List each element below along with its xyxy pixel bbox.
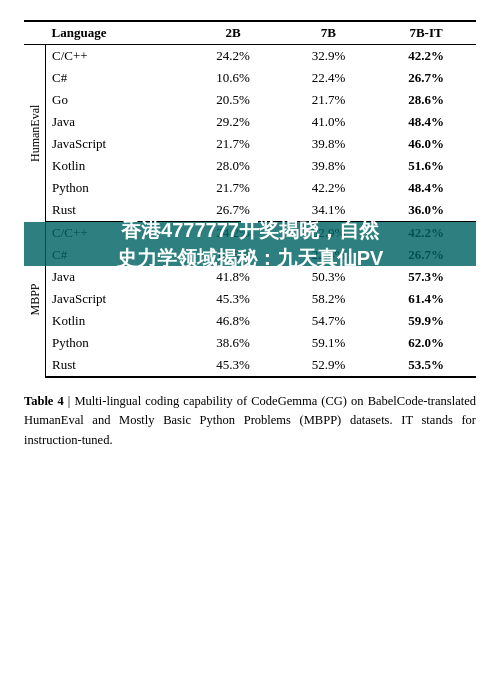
col-2b-header: 2B xyxy=(185,21,280,45)
overlay-banner: 香港4777777开奖揭晓，自然 史力学领域揭秘：九天真仙PV xyxy=(24,222,476,267)
humaneval-value-cell: 41.0% xyxy=(281,111,376,133)
overlay-line2: 史力学领域揭秘：九天真仙PV xyxy=(117,244,384,272)
col-7b-header: 7B xyxy=(281,21,376,45)
humaneval-value-cell: 24.2% xyxy=(185,45,280,68)
humaneval-value-cell: 28.6% xyxy=(376,89,476,111)
main-table: Language 2B 7B 7B-IT HumanEvalC/C++24.2%… xyxy=(24,20,476,378)
humaneval-value-cell: 39.8% xyxy=(281,155,376,177)
mbpp-lang-cell: JavaScript xyxy=(46,288,186,310)
humaneval-value-cell: 29.2% xyxy=(185,111,280,133)
humaneval-value-cell: 21.7% xyxy=(281,89,376,111)
humaneval-lang-cell: Kotlin xyxy=(46,155,186,177)
humaneval-lang-cell: C# xyxy=(46,67,186,89)
mbpp-value-cell: 45.3% xyxy=(185,354,280,377)
humaneval-value-cell: 28.0% xyxy=(185,155,280,177)
humaneval-lang-cell: Java xyxy=(46,111,186,133)
col-7bit-header: 7B-IT xyxy=(376,21,476,45)
mbpp-value-cell: 45.3% xyxy=(185,288,280,310)
caption-text: Multi-lingual coding capability of CodeG… xyxy=(24,394,476,447)
humaneval-value-cell: 42.2% xyxy=(281,177,376,199)
mbpp-value-cell: 58.2% xyxy=(281,288,376,310)
caption-separator: | xyxy=(64,394,75,408)
overlay-line1: 香港4777777开奖揭晓，自然 xyxy=(121,216,379,244)
humaneval-value-cell: 22.4% xyxy=(281,67,376,89)
mbpp-value-cell: 61.4% xyxy=(376,288,476,310)
mbpp-lang-cell: Kotlin xyxy=(46,310,186,332)
humaneval-value-cell: 42.2% xyxy=(376,45,476,68)
mbpp-value-cell: 54.7% xyxy=(281,310,376,332)
mbpp-value-cell: 59.9% xyxy=(376,310,476,332)
humaneval-value-cell: 10.6% xyxy=(185,67,280,89)
mbpp-lang-cell: Rust xyxy=(46,354,186,377)
humaneval-value-cell: 39.8% xyxy=(281,133,376,155)
humaneval-lang-cell: C/C++ xyxy=(46,45,186,68)
humaneval-lang-cell: Go xyxy=(46,89,186,111)
humaneval-value-cell: 20.5% xyxy=(185,89,280,111)
mbpp-value-cell: 38.6% xyxy=(185,332,280,354)
mbpp-value-cell: 53.5% xyxy=(376,354,476,377)
humaneval-value-cell: 46.0% xyxy=(376,133,476,155)
mbpp-value-cell: 57.3% xyxy=(376,266,476,288)
humaneval-value-cell: 32.9% xyxy=(281,45,376,68)
humaneval-label: HumanEval xyxy=(24,45,46,222)
humaneval-value-cell: 21.7% xyxy=(185,177,280,199)
col-language-header: Language xyxy=(46,21,186,45)
mbpp-value-cell: 59.1% xyxy=(281,332,376,354)
humaneval-lang-cell: Python xyxy=(46,177,186,199)
humaneval-value-cell: 48.4% xyxy=(376,177,476,199)
humaneval-value-cell: 51.6% xyxy=(376,155,476,177)
mbpp-value-cell: 62.0% xyxy=(376,332,476,354)
humaneval-value-cell: 21.7% xyxy=(185,133,280,155)
mbpp-value-cell: 52.9% xyxy=(281,354,376,377)
humaneval-value-cell: 36.0% xyxy=(376,199,476,222)
table-caption: Table 4 | Multi-lingual coding capabilit… xyxy=(24,392,476,450)
mbpp-lang-cell: Python xyxy=(46,332,186,354)
mbpp-value-cell: 46.8% xyxy=(185,310,280,332)
caption-label: Table 4 xyxy=(24,394,64,408)
humaneval-value-cell: 48.4% xyxy=(376,111,476,133)
humaneval-value-cell: 26.7% xyxy=(376,67,476,89)
humaneval-lang-cell: JavaScript xyxy=(46,133,186,155)
